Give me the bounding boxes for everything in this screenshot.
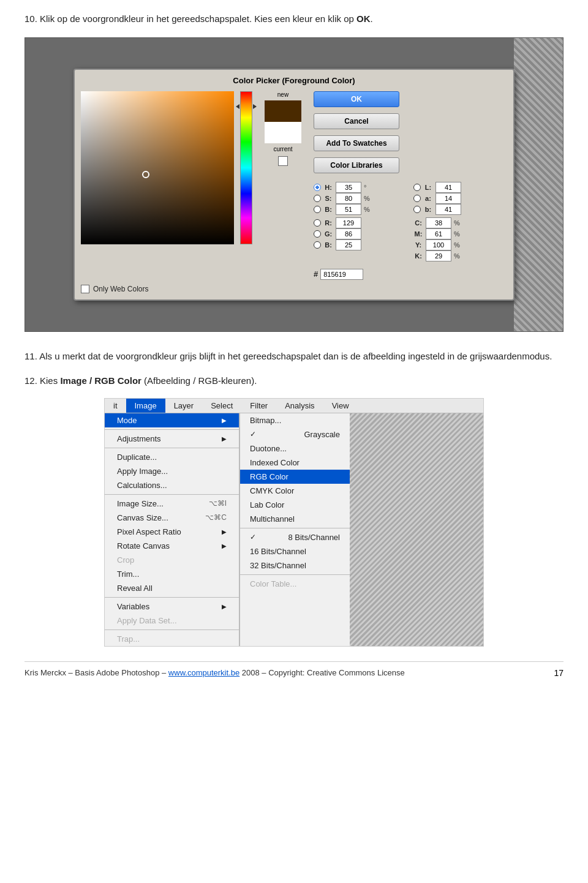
menu-item-calculations[interactable]: Calculations... [105,478,239,492]
radio-S[interactable] [314,195,321,202]
radio-b-lab[interactable] [413,206,421,213]
page-content: 10. Klik op de voorgrondkleur in het ger… [0,0,588,696]
hsb-rgb-col: H: ° S: % [314,182,407,261]
label-G: G: [323,230,333,238]
submenu-8bit[interactable]: 8 Bits/Channel [240,530,350,544]
radio-B[interactable] [314,206,321,213]
color-picker-screenshot: Color Picker (Foreground Color) new [24,37,564,332]
input-B[interactable] [336,204,361,215]
label-S: S: [323,195,333,202]
add-to-swatches-button[interactable]: Add To Swatches [314,135,399,151]
menu-item-rotate-canvas[interactable]: Rotate Canvas [105,539,239,553]
submenu-16bit[interactable]: 16 Bits/Channel [240,544,350,558]
radio-a[interactable] [413,195,421,202]
submenu-sep1 [240,528,350,528]
menubar-item-filter[interactable]: Filter [241,399,276,413]
menu-item-mode[interactable]: Mode [105,413,239,427]
radio-B2[interactable] [314,241,321,249]
ok-button[interactable]: OK [314,91,399,107]
unit-K: % [454,252,460,260]
hex-input[interactable] [320,269,363,280]
menubar-item-view[interactable]: View [323,399,358,413]
field-row-M: M: % [413,228,507,239]
input-G[interactable] [336,228,361,239]
image-size-label: Image Size... [117,499,164,508]
input-M[interactable] [426,228,451,239]
field-row-b-lab: b: [413,204,507,215]
input-b-lab[interactable] [435,204,461,215]
ok-emphasis: OK [356,13,371,24]
menubar-item-it[interactable]: it [105,399,126,413]
sep1 [105,429,239,430]
sep4 [105,597,239,598]
dialog-title: Color Picker (Foreground Color) [81,76,507,85]
field-row-Y: Y: % [413,239,507,250]
right-panel: OK Cancel Add To Swatches Color Librarie… [314,91,507,280]
menubar-item-layer[interactable]: Layer [165,399,203,413]
menu-item-adjustments[interactable]: Adjustments [105,432,239,446]
menu-item-duplicate[interactable]: Duplicate... [105,450,239,464]
sep2 [105,448,239,448]
screenshot-bg-right [350,413,483,646]
input-R[interactable] [336,217,361,228]
step12-bold: Image / RGB Color [60,375,141,386]
label-a: a: [423,195,433,202]
menu-item-reveal-all[interactable]: Reveal All [105,581,239,595]
menu-item-apply-image[interactable]: Apply Image... [105,464,239,478]
submenu-32bit[interactable]: 32 Bits/Channel [240,558,350,573]
footer-link[interactable]: www.computerkit.be [168,668,239,677]
color-libraries-button[interactable]: Color Libraries [314,157,399,173]
field-row-H: H: ° [314,182,407,193]
menu-item-trap: Trap... [105,632,239,646]
menu-item-crop: Crop [105,553,239,567]
cancel-button[interactable]: Cancel [314,113,399,129]
input-Y[interactable] [426,239,451,250]
lab-cmyk-col: L: a: b: [413,182,507,261]
input-S[interactable] [336,193,361,204]
image-dropdown: Mode Adjustments Duplicate... Apply Imag… [105,413,239,646]
input-L[interactable] [435,182,461,193]
menu-screenshot: it Image Layer Select Filter Analysis Vi… [104,398,484,647]
submenu-multichannel[interactable]: Multichannel [240,512,350,526]
menubar-item-image[interactable]: Image [126,399,165,413]
submenu-lab[interactable]: Lab Color [240,498,350,512]
submenu-duotone[interactable]: Duotone... [240,441,350,456]
step12-label: 12. Kies [24,375,60,386]
input-a[interactable] [435,193,461,204]
menu-item-canvas-size[interactable]: Canvas Size... ⌥⌘C [105,511,239,525]
only-web-checkbox[interactable] [81,285,89,293]
radio-L[interactable] [413,184,421,191]
only-web-row: Only Web Colors [81,285,507,293]
hex-symbol: # [314,269,318,279]
label-R: R: [323,219,333,227]
menubar-item-select[interactable]: Select [202,399,241,413]
radio-H[interactable] [314,184,321,191]
image-size-shortcut: ⌥⌘I [209,499,227,508]
menubar-item-analysis[interactable]: Analysis [276,399,323,413]
submenu-cmyk[interactable]: CMYK Color [240,484,350,498]
only-web-label: Only Web Colors [93,285,148,293]
menu-item-pixel-aspect[interactable]: Pixel Aspect Ratio [105,525,239,539]
color-preview-section: new current [258,91,307,166]
radio-R[interactable] [314,219,321,227]
submenu-indexed[interactable]: Indexed Color [240,456,350,470]
submenu-grayscale[interactable]: Grayscale [240,427,350,441]
dialog-body: new current OK Cancel Add To Swatches Co… [81,91,507,280]
input-H[interactable] [336,182,361,193]
menu-item-trim[interactable]: Trim... [105,567,239,581]
radio-G[interactable] [314,230,321,238]
menu-item-image-size[interactable]: Image Size... ⌥⌘I [105,497,239,511]
menu-item-variables[interactable]: Variables [105,599,239,614]
hue-slider[interactable] [240,91,252,244]
input-K[interactable] [426,250,451,261]
color-gradient-picker[interactable] [81,91,234,244]
submenu-bitmap[interactable]: Bitmap... [240,413,350,427]
step11-text: 11. Als u merkt dat de voorgrondkleur gr… [24,351,552,361]
unit-M: % [454,230,460,238]
submenu-rgb[interactable]: RGB Color [240,470,350,484]
input-B2[interactable] [336,239,361,250]
label-M: M: [413,230,423,238]
input-C[interactable] [426,217,451,228]
menu-item-apply-data: Apply Data Set... [105,614,239,628]
field-row-S: S: % [314,193,407,204]
